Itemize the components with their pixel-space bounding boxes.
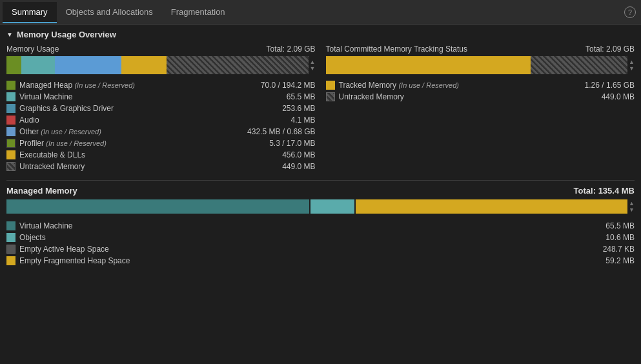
- total-committed-title: Total Committed Memory Tracking Status: [326, 45, 467, 54]
- managed-total: Total: 135.4 MB: [574, 186, 635, 196]
- managed-scroll: ▲ ▼: [629, 201, 635, 214]
- legend-label-committed-untracked: Untracked Memory: [339, 92, 404, 101]
- managed-legend: Virtual Machine 65.5 MB Objects 10.6 MB …: [6, 220, 635, 267]
- total-committed-total: Total: 2.09 GB: [585, 45, 635, 54]
- managed-bar-objects: [310, 199, 354, 214]
- tab-bar: Summary Objects and Allocations Fragment…: [0, 0, 641, 25]
- scroll-down[interactable]: ▼: [310, 66, 316, 72]
- legend-label-untracked: Untracked Memory: [19, 162, 85, 171]
- legend-item-virtual-machine: Virtual Machine 65.5 MB: [6, 91, 316, 103]
- memory-usage-section: Memory Usage Total: 2.09 GB ▲ ▼: [6, 45, 316, 172]
- collapse-arrow[interactable]: ▼: [6, 31, 13, 38]
- legend-color-managed-heap: [6, 81, 15, 90]
- legend-color-profiler: [6, 139, 15, 148]
- memory-usage-total: Total: 2.09 GB: [266, 45, 315, 54]
- legend-color-tracked: [326, 81, 335, 90]
- section-header: ▼ Memory Usage Overview: [6, 30, 635, 39]
- legend-label-profiler: Profiler (In use / Reserved): [19, 139, 107, 148]
- managed-legend-vm: Virtual Machine 65.5 MB: [6, 220, 635, 232]
- legend-item-managed-heap: Managed Heap (In use / Reserved) 70.0 / …: [6, 79, 316, 91]
- legend-label-dlls: Executable & DLLs: [19, 150, 85, 159]
- legend-label-managed-heap: Managed Heap (In use / Reserved): [19, 81, 135, 90]
- memory-usage-title: Memory Usage: [6, 45, 59, 54]
- legend-value-audio: 4.1 MB: [290, 116, 315, 125]
- legend-item-other: Other (In use / Reserved) 432.5 MB / 0.6…: [6, 126, 316, 137]
- managed-title-row: Managed Memory Total: 135.4 MB: [6, 186, 635, 196]
- legend-value-dlls: 456.0 MB: [282, 150, 315, 159]
- managed-bar-vm: [6, 199, 309, 214]
- managed-bar-fragmented: [356, 199, 628, 214]
- managed-legend-label-empty-active: Empty Active Heap Space: [19, 245, 109, 254]
- managed-legend-label-objects: Objects: [19, 233, 46, 242]
- managed-legend-value-objects: 10.6 MB: [605, 233, 635, 242]
- managed-legend-label-fragmented: Empty Fragmented Heap Space: [19, 256, 130, 265]
- bar-graphics: [55, 56, 121, 74]
- legend-color-other: [6, 127, 15, 136]
- legend-color-dlls: [6, 150, 15, 159]
- legend-color-committed-untracked: [326, 92, 335, 101]
- managed-legend-color-fragmented: [6, 256, 15, 265]
- legend-item-committed-untracked: Untracked Memory 449.0 MB: [326, 91, 635, 103]
- total-committed-bar-row: ▲ ▼: [326, 56, 635, 76]
- total-committed-legend: Tracked Memory (In use / Reserved) 1.26 …: [326, 79, 635, 103]
- memory-usage-title-row: Memory Usage Total: 2.09 GB: [6, 45, 316, 54]
- legend-value-untracked: 449.0 MB: [282, 162, 315, 171]
- section-title: Memory Usage Overview: [17, 30, 116, 39]
- legend-label-virtual-machine: Virtual Machine: [19, 92, 73, 101]
- legend-label-other: Other (In use / Reserved): [19, 127, 101, 136]
- total-committed-title-row: Total Committed Memory Tracking Status T…: [326, 45, 635, 54]
- managed-legend-value-fragmented: 59.2 MB: [605, 256, 635, 265]
- bar-untracked: [167, 56, 309, 74]
- bar-committed-untracked: [531, 56, 627, 74]
- legend-color-audio: [6, 116, 15, 125]
- managed-legend-color-objects: [6, 233, 15, 242]
- bar-virtual-machine: [21, 56, 54, 74]
- main-content: ▼ Memory Usage Overview Memory Usage Tot…: [0, 25, 641, 272]
- legend-value-graphics: 253.6 MB: [282, 104, 315, 113]
- tab-summary[interactable]: Summary: [3, 2, 57, 23]
- tab-fragmentation[interactable]: Fragmentation: [162, 2, 234, 23]
- bar-managed-heap: [6, 56, 21, 74]
- managed-scroll-down[interactable]: ▼: [629, 207, 635, 214]
- legend-label-tracked: Tracked Memory (In use / Reserved): [339, 81, 459, 90]
- legend-item-tracked: Tracked Memory (In use / Reserved) 1.26 …: [326, 79, 635, 91]
- managed-title: Managed Memory: [6, 186, 77, 196]
- tab-objects[interactable]: Objects and Allocations: [57, 2, 162, 23]
- legend-item-audio: Audio 4.1 MB: [6, 114, 316, 126]
- managed-legend-empty-active: Empty Active Heap Space 248.7 KB: [6, 243, 635, 255]
- legend-item-profiler: Profiler (In use / Reserved) 5.3 / 17.0 …: [6, 137, 316, 149]
- bar-scroll-vert: ▲ ▼: [310, 59, 316, 72]
- legend-item-untracked: Untracked Memory 449.0 MB: [6, 161, 316, 172]
- managed-bar: [6, 199, 627, 214]
- two-col-layout: Memory Usage Total: 2.09 GB ▲ ▼: [6, 45, 635, 172]
- legend-color-untracked: [6, 162, 15, 171]
- legend-value-other: 432.5 MB / 0.68 GB: [247, 127, 315, 136]
- memory-usage-legend: Managed Heap (In use / Reserved) 70.0 / …: [6, 79, 316, 172]
- total-committed-section: Total Committed Memory Tracking Status T…: [326, 45, 635, 172]
- legend-label-audio: Audio: [19, 116, 39, 125]
- managed-bar-row: ▲ ▼: [6, 199, 635, 215]
- bar-dlls: [121, 56, 167, 74]
- total-committed-scroll: ▲ ▼: [629, 59, 635, 72]
- memory-usage-bar-row: ▲ ▼: [6, 56, 316, 76]
- legend-value-virtual-machine: 65.5 MB: [287, 92, 316, 101]
- legend-item-dlls: Executable & DLLs 456.0 MB: [6, 149, 316, 161]
- legend-value-tracked: 1.26 / 1.65 GB: [585, 81, 635, 90]
- managed-legend-objects: Objects 10.6 MB: [6, 232, 635, 243]
- managed-legend-fragmented: Empty Fragmented Heap Space 59.2 MB: [6, 255, 635, 267]
- bar-tracked: [326, 56, 531, 74]
- legend-color-virtual-machine: [6, 92, 15, 101]
- managed-legend-value-vm: 65.5 MB: [605, 221, 635, 230]
- help-icon[interactable]: ?: [624, 6, 636, 18]
- legend-value-profiler: 5.3 / 17.0 MB: [269, 139, 315, 148]
- managed-legend-color-vm: [6, 221, 15, 230]
- legend-value-managed-heap: 70.0 / 194.2 MB: [261, 81, 316, 90]
- legend-item-graphics: Graphics & Graphics Driver 253.6 MB: [6, 103, 316, 114]
- legend-color-graphics: [6, 104, 15, 113]
- managed-memory-section: Managed Memory Total: 135.4 MB ▲ ▼ Virtu…: [6, 186, 635, 267]
- committed-scroll-down[interactable]: ▼: [629, 66, 635, 72]
- memory-usage-bar: [6, 56, 309, 74]
- legend-label-graphics: Graphics & Graphics Driver: [19, 104, 114, 113]
- managed-legend-value-empty-active: 248.7 KB: [603, 245, 635, 254]
- legend-value-committed-untracked: 449.0 MB: [602, 92, 635, 101]
